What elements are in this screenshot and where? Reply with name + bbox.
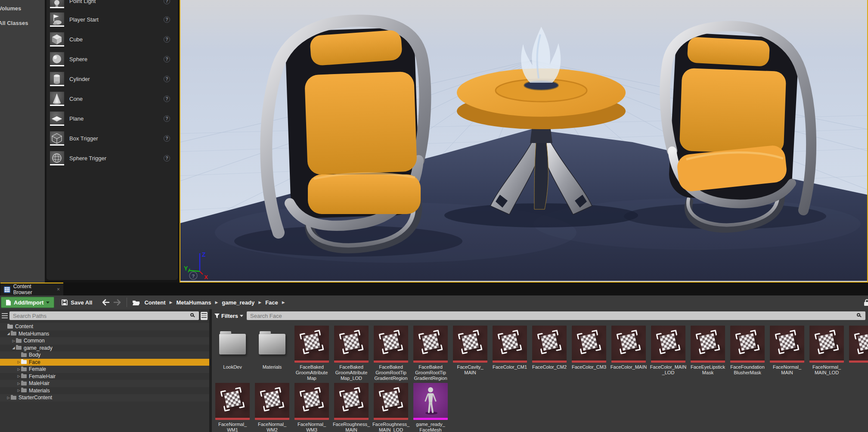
- sources-toggle-icon[interactable]: [2, 313, 8, 318]
- category-volumes[interactable]: Volumes: [0, 5, 21, 12]
- level-viewport[interactable]: Z Y X ?: [180, 0, 868, 283]
- expander-icon[interactable]: ◢: [6, 332, 11, 336]
- forward-arrow-icon[interactable]: [113, 299, 121, 306]
- actor-item-player-start[interactable]: Player Start ?: [46, 9, 178, 29]
- folder-icon: [21, 360, 27, 364]
- actor-item-plane[interactable]: Plane ?: [46, 109, 178, 128]
- tree-item-malehair[interactable]: ▷MaleHair: [0, 380, 209, 387]
- tab-content-browser[interactable]: Content Browser ×: [0, 283, 63, 295]
- asset-pane: Filters LookDev Materials: [212, 309, 868, 432]
- asset-tile-texture[interactable]: FaceEyeLipstick Mask: [691, 326, 725, 381]
- help-icon[interactable]: ?: [164, 16, 170, 23]
- breadcrumb-content[interactable]: Content: [144, 299, 165, 306]
- content-browser-panel: Content Browser × Add/Import Save All: [0, 283, 868, 432]
- tree-item-femalehair[interactable]: ▷FemaleHair: [0, 373, 209, 380]
- tree-item-metahumans[interactable]: ◢MetaHumans: [0, 330, 209, 338]
- asset-tile-texture[interactable]: FaceColor_CM3: [572, 326, 606, 381]
- expander-icon[interactable]: ▷: [16, 374, 21, 378]
- tree-item-game-ready[interactable]: ◢game_ready: [0, 345, 209, 352]
- expander-icon[interactable]: ▷: [16, 360, 21, 364]
- asset-tile-materials[interactable]: Materials: [255, 326, 289, 381]
- actor-item-cone[interactable]: Cone ?: [46, 89, 178, 109]
- asset-tile-lookdev[interactable]: LookDev: [215, 326, 250, 381]
- help-icon[interactable]: ?: [164, 135, 170, 142]
- asset-tile-facemesh[interactable]: game_ready_ FaceMesh: [413, 383, 448, 432]
- lock-icon[interactable]: [864, 299, 868, 306]
- asset-tile-texture[interactable]: FaceBaked GroomAttribute Map_LOD: [334, 326, 369, 381]
- actor-item-box-trigger[interactable]: Box Trigger ?: [46, 128, 178, 148]
- add-import-button[interactable]: Add/Import: [1, 297, 54, 308]
- actor-item-cylinder[interactable]: Cylinder ?: [46, 69, 178, 89]
- texture-thumbnail-icon: [538, 331, 561, 353]
- tree-item-female[interactable]: ▷Female: [0, 366, 209, 373]
- texture-thumbnail-icon: [776, 331, 798, 353]
- svg-text:Y: Y: [184, 265, 188, 272]
- asset-tile-texture[interactable]: FaceColor_MAIN _LOD: [651, 326, 685, 381]
- breadcrumb-game-ready[interactable]: game_ready: [222, 299, 254, 306]
- tree-item-content[interactable]: Content: [0, 323, 209, 330]
- asset-tile-texture[interactable]: FaceRoughness_ MAIN_LOD: [374, 383, 408, 432]
- point-light-icon: [50, 0, 64, 8]
- filters-button[interactable]: Filters: [214, 313, 243, 319]
- search-paths-input[interactable]: [9, 311, 199, 320]
- expander-icon[interactable]: ◢: [11, 346, 16, 350]
- actor-item-sphere[interactable]: Sphere ?: [46, 49, 178, 69]
- help-icon[interactable]: ?: [164, 115, 170, 122]
- asset-tile-texture[interactable]: FaceBaked GroomAttribute Map: [294, 326, 329, 381]
- asset-tile-texture[interactable]: FaceRoughness_ MAIN: [334, 383, 369, 432]
- texture-thumbnail-icon: [380, 331, 402, 353]
- asset-tile-texture[interactable]: FaceColor_CM2: [532, 326, 567, 381]
- tab-close-icon[interactable]: ×: [57, 286, 60, 292]
- asset-tile-texture[interactable]: FaceColor_MAIN: [611, 326, 646, 381]
- expander-icon[interactable]: ▷: [16, 382, 21, 385]
- asset-tile-texture[interactable]: FaceBaked GroomRootTip GradientRegion: [374, 326, 408, 381]
- asset-tile-texture[interactable]: FaceBaked GroomRootTip GradientRegion: [413, 326, 448, 381]
- help-icon[interactable]: ?: [164, 56, 170, 62]
- search-assets-input[interactable]: [247, 311, 865, 320]
- breadcrumb-sep-icon: ▶: [282, 300, 285, 305]
- actor-item-sphere-trigger[interactable]: Sphere Trigger ?: [46, 148, 178, 168]
- asset-tile-texture[interactable]: FaceColor_CM1: [493, 326, 527, 381]
- expander-icon[interactable]: ▷: [16, 388, 21, 392]
- asset-tile-texture[interactable]: FaceNormal_ WM1: [215, 383, 250, 432]
- help-icon[interactable]: ?: [164, 96, 170, 102]
- tree-item-materials[interactable]: ▷Materials: [0, 387, 209, 395]
- folder-thumbnail-icon: [259, 334, 285, 354]
- help-icon[interactable]: ?: [164, 155, 170, 162]
- tree-item-common[interactable]: ▷Common: [0, 337, 209, 345]
- actor-item-cube[interactable]: Cube ?: [46, 29, 178, 49]
- help-icon[interactable]: ?: [164, 0, 170, 4]
- back-arrow-icon[interactable]: [102, 299, 110, 306]
- content-browser-toolbar: Add/Import Save All Content ▶ Met: [0, 295, 868, 309]
- help-icon[interactable]: ?: [164, 36, 170, 43]
- folder-icon: [11, 332, 16, 336]
- help-icon[interactable]: ?: [164, 76, 170, 82]
- view-options-icon[interactable]: [201, 312, 208, 320]
- folder-icon: [16, 346, 22, 350]
- content-browser-icon: [4, 286, 10, 293]
- search-paths-box: [9, 311, 199, 320]
- breadcrumb-metahumans[interactable]: MetaHumans: [176, 299, 211, 306]
- expander-icon[interactable]: ▷: [16, 367, 21, 371]
- asset-tile-texture[interactable]: FaceNormal_ WM2: [255, 383, 289, 432]
- expander-icon[interactable]: ▷: [6, 396, 11, 400]
- asset-tile-texture[interactable]: FaceNormal_ MAIN_LOD: [809, 326, 844, 381]
- tree-item-face[interactable]: ▷Face: [0, 359, 209, 366]
- expander-icon[interactable]: ▷: [11, 339, 16, 343]
- category-all-classes[interactable]: All Classes: [0, 20, 28, 26]
- asset-tile-texture[interactable]: FaceFoundation BlusherMask: [730, 326, 765, 381]
- place-actors-list: Point Light ? Player Start ? Cube ? Sphe…: [46, 0, 178, 280]
- breadcrumb-face[interactable]: Face: [265, 299, 278, 306]
- save-all-button[interactable]: Save All: [61, 299, 92, 306]
- asset-tile-texture[interactable]: FaceCavity_ MAIN: [453, 326, 487, 381]
- new-asset-icon: [6, 299, 11, 306]
- asset-tile-texture[interactable]: [849, 326, 868, 381]
- asset-tile-texture[interactable]: FaceNormal_ WM3: [294, 383, 329, 432]
- tree-item-startercontent[interactable]: ▷StarterContent: [0, 394, 209, 401]
- tab-title: Content Browser: [13, 283, 51, 295]
- folder-thumbnail-icon: [219, 334, 246, 354]
- search-assets-box: [247, 311, 865, 320]
- texture-thumbnail-icon: [657, 331, 679, 353]
- tree-item-body[interactable]: Body: [0, 351, 209, 359]
- asset-tile-texture[interactable]: FaceNormal_ MAIN: [770, 326, 804, 381]
